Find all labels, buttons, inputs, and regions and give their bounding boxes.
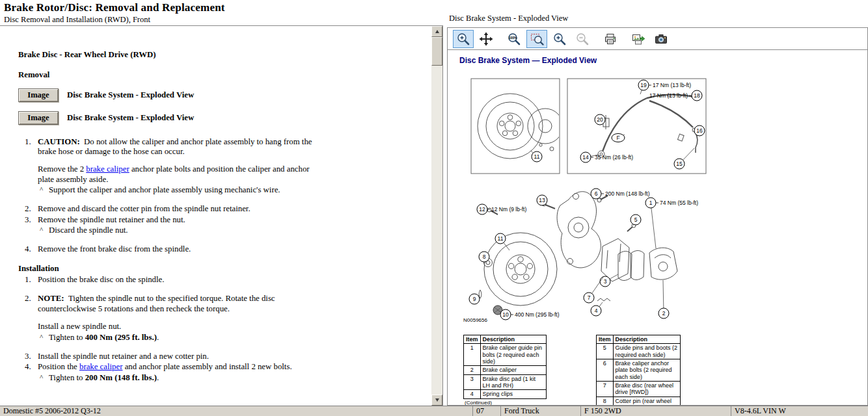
image-caption: Disc Brake System - Exploded View [67, 90, 194, 100]
brake-caliper-link[interactable]: brake caliper [79, 362, 122, 371]
svg-text:8: 8 [483, 254, 486, 260]
table-row: 4Spring clips [464, 390, 547, 398]
zoom-in-tool-icon[interactable] [453, 30, 474, 48]
svg-text:14: 14 [582, 154, 589, 161]
table-row: 8Cotter pin (rear wheel drive [RWD]) [597, 396, 681, 405]
svg-text:11: 11 [534, 153, 540, 160]
svg-text:100%: 100% [509, 35, 517, 39]
item-number: 3 [464, 374, 481, 390]
scrollbar-thumb[interactable] [431, 37, 442, 66]
item-description: Brake disc pad (1 kit LH and RH) [480, 374, 546, 390]
zoom-in-step-icon[interactable] [549, 30, 570, 48]
step-body: Position the brake caliper and anchor pl… [38, 362, 327, 383]
item-description: Cotter pin (rear wheel drive [RWD]) [613, 396, 680, 405]
illustration-panel: 100% Disc Brake System — Exploded View [447, 27, 868, 406]
image-caption: Disc Brake System - Exploded View [67, 113, 194, 123]
copy-image-icon[interactable] [628, 30, 649, 48]
item-description: Guide pins and boots (2 required each si… [613, 344, 680, 359]
item-description: Brake disc (rear wheel drive [RWD]) [613, 382, 680, 397]
step-number: 2. [18, 204, 38, 214]
table-row: 7Brake disc (rear wheel drive [RWD]) [597, 382, 681, 397]
svg-text:9: 9 [473, 296, 476, 302]
image-toolbar: 100% [448, 28, 867, 50]
svg-text:11: 11 [498, 235, 504, 242]
table-row: 1Brake caliper guide pin bolts (2 requir… [464, 344, 547, 366]
removal-steps: 1.CAUTION: Do not allow the caliper and … [18, 137, 424, 255]
callout-10: 10400 Nm (295 lb-ft) [500, 309, 560, 320]
callout-6: 6200 Nm (148 lb-ft) [591, 188, 650, 199]
zoom-region-icon[interactable] [526, 30, 547, 48]
callout-16: 16 [694, 125, 705, 136]
scroll-up-button[interactable] [431, 26, 442, 37]
status-cell: V8-4.6L VIN W [731, 406, 868, 416]
table-row: 3Brake disc pad (1 kit LH and RH) [464, 374, 547, 390]
installation-heading: Installation [18, 264, 424, 274]
svg-text:3: 3 [604, 278, 607, 285]
step-body: CAUTION: Do not allow the caliper and an… [38, 137, 327, 196]
image-link-rows: ImageDisc Brake System - Exploded ViewIm… [18, 88, 424, 125]
step-body: Position the brake disc on the spindle. [38, 275, 327, 285]
svg-text:17 Nm (13 lb-ft): 17 Nm (13 lb-ft) [649, 92, 688, 99]
svg-text:7: 7 [588, 294, 591, 301]
parts-table: ItemDescription5Guide pins and boots (2 … [596, 335, 681, 405]
exploded-view-diagram: N0059656 1917 Nm (13 lb-ft)1817 Nm (13 l… [448, 70, 867, 324]
print-icon[interactable] [600, 30, 621, 48]
step-body: Remove and discard the cotter pin from t… [38, 204, 327, 214]
svg-text:F: F [616, 135, 619, 141]
procedure-step: 2.NOTE: Tighten the spindle nut to the s… [18, 294, 424, 342]
table-header: Item [597, 335, 614, 344]
table-header: Item [464, 335, 481, 344]
step-body: Remove the front brake disc from the spi… [38, 244, 327, 254]
item-number: 5 [597, 344, 614, 359]
item-number: 6 [597, 359, 614, 382]
parts-table-1: ItemDescription1Brake caliper guide pin … [463, 335, 547, 405]
brake-caliper-link[interactable]: brake caliper [86, 164, 129, 174]
item-description: Brake caliper [480, 366, 546, 374]
image-button[interactable]: Image [18, 88, 59, 102]
callout-4: 4 [591, 302, 603, 316]
up-arrow-icon [435, 30, 439, 33]
table-continued-note: (Continued) [463, 399, 547, 405]
scroll-down-button[interactable] [431, 395, 442, 406]
zoom-100-icon[interactable]: 100% [504, 30, 524, 48]
svg-text:2: 2 [662, 310, 666, 317]
caret-bullet-icon: ^ [38, 373, 49, 383]
svg-text:10: 10 [502, 311, 509, 318]
callout-11: 11 [495, 233, 509, 250]
table-header: Description [613, 335, 680, 344]
caret-bullet-icon: ^ [38, 226, 49, 235]
procedure-step: 1.Position the brake disc on the spindle… [18, 275, 424, 285]
zoom-out-step-icon [572, 30, 593, 48]
item-description: Brake caliper guide pin bolts (2 require… [480, 344, 546, 366]
svg-text:5: 5 [634, 216, 638, 223]
step-number: 1. [18, 275, 38, 285]
removal-heading: Removal [18, 70, 424, 80]
svg-text:20: 20 [597, 116, 603, 123]
callout-8: 8 [479, 252, 489, 262]
illustration-content: Disc Brake System — Exploded View [448, 50, 867, 405]
image-button[interactable]: Image [18, 111, 59, 125]
procedure-step: 2.Remove and discard the cotter pin from… [18, 204, 424, 214]
svg-text:12: 12 [479, 206, 485, 213]
procedure-panel: Brake Disc - Rear Wheel Drive (RWD) Remo… [0, 26, 443, 406]
svg-text:16: 16 [696, 127, 703, 134]
pan-tool-icon[interactable] [476, 30, 496, 48]
svg-text:4: 4 [595, 307, 598, 314]
image-settings-icon[interactable] [651, 30, 671, 48]
svg-text:17 Nm (13 lb-ft): 17 Nm (13 lb-ft) [653, 82, 691, 88]
svg-text:19: 19 [640, 82, 647, 88]
item-description: Spring clips [480, 390, 546, 398]
illustration-header: Disc Brake System - Exploded View [449, 14, 568, 23]
callout-20: 20 [595, 114, 605, 125]
step-number: 3. [18, 215, 38, 236]
image-link-row: ImageDisc Brake System - Exploded View [18, 111, 424, 125]
left-scrollbar[interactable] [431, 26, 442, 406]
section-title: Brake Disc - Rear Wheel Drive (RWD) [18, 50, 424, 60]
table-row: 6Brake caliper anchor plate bolts (2 req… [597, 359, 681, 382]
procedure-step: 1.CAUTION: Do not allow the caliper and … [18, 137, 424, 196]
status-cell: Ford Truck [501, 406, 581, 416]
image-link-row: ImageDisc Brake System - Exploded View [18, 88, 424, 102]
callout-5: 5 [631, 214, 641, 226]
status-cell: F 150 2WD [581, 406, 731, 416]
page-subtitle: Disc Removal and Installation (RWD), Fro… [4, 15, 443, 25]
